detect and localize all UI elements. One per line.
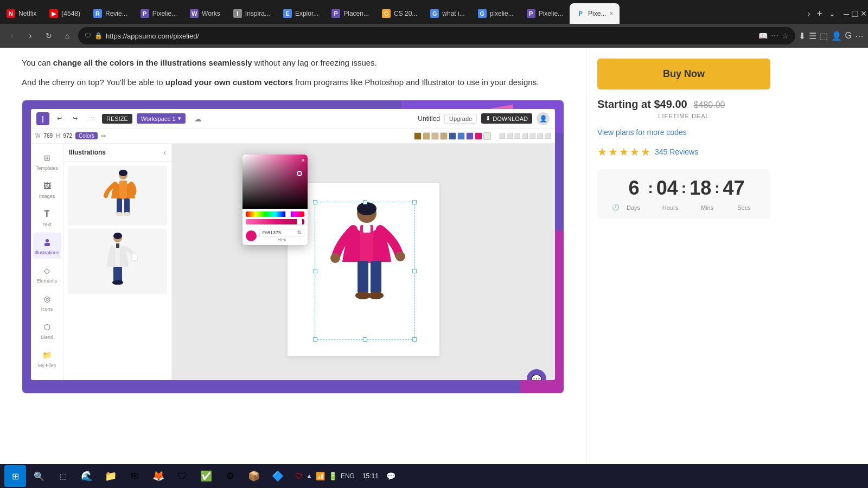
settings-button[interactable]: ⋯ bbox=[855, 31, 864, 41]
handle-mr[interactable] bbox=[412, 269, 417, 273]
taskbar-app1[interactable]: 🛡 bbox=[171, 465, 193, 487]
tab-what[interactable]: G what i... bbox=[424, 3, 471, 24]
handle-tm[interactable] bbox=[363, 200, 367, 204]
taskbar-app5[interactable]: 🔷 bbox=[267, 465, 289, 487]
swatch-8[interactable] bbox=[475, 132, 482, 140]
sidebar-blend[interactable]: ⬡ Blend bbox=[33, 317, 61, 343]
maximize-button[interactable]: □ bbox=[851, 9, 859, 18]
up-arrow-icon[interactable]: ▲ bbox=[306, 472, 312, 480]
home-button[interactable]: ⌂ bbox=[60, 28, 75, 43]
swatch-6[interactable] bbox=[457, 132, 465, 140]
pencil-icon[interactable]: ✏ bbox=[101, 132, 106, 140]
handle-tr[interactable] bbox=[412, 200, 417, 204]
swatch-4[interactable] bbox=[440, 132, 448, 140]
panel-close-button[interactable]: ‹ bbox=[163, 148, 166, 157]
buy-now-button[interactable]: Buy Now bbox=[597, 59, 770, 89]
taskbar-app2[interactable]: ✅ bbox=[195, 465, 217, 487]
user-avatar[interactable]: 👤 bbox=[537, 112, 550, 125]
back-button[interactable]: ‹ bbox=[4, 28, 20, 43]
search-button[interactable]: 🔍 bbox=[28, 465, 50, 487]
tab-pixelie2[interactable]: G pixelie... bbox=[471, 3, 520, 24]
align-icon-5[interactable]: ⬜ bbox=[529, 133, 535, 139]
tab-close-button[interactable]: × bbox=[609, 10, 613, 17]
opacity-handle[interactable] bbox=[297, 219, 302, 225]
sidebar-illustrations[interactable]: Illustrations bbox=[33, 233, 61, 259]
swatch-1[interactable] bbox=[414, 132, 422, 140]
antivirus-icon[interactable]: 🛡 bbox=[295, 472, 303, 480]
taskbar-mail[interactable]: ✉ bbox=[124, 465, 145, 487]
tab-pixelie3[interactable]: P Pixelie... bbox=[520, 3, 570, 24]
hue-handle[interactable] bbox=[285, 211, 291, 217]
swatch-2[interactable] bbox=[423, 132, 430, 140]
align-icon-7[interactable]: ⬜ bbox=[544, 133, 551, 139]
tab-netflix[interactable]: N Netflix bbox=[0, 3, 43, 24]
align-icon-2[interactable]: ⬜ bbox=[506, 133, 513, 139]
close-button[interactable]: × bbox=[859, 9, 868, 18]
swatch-5[interactable] bbox=[449, 132, 456, 140]
sidebar-templates[interactable]: ⊞ Templates bbox=[33, 148, 61, 174]
notification-icon[interactable]: 💬 bbox=[386, 472, 395, 480]
taskbar-firefox[interactable]: 🦊 bbox=[148, 465, 169, 487]
reviews-link[interactable]: 345 Reviews bbox=[655, 147, 698, 156]
sidebar-icons[interactable]: ◎ Icons bbox=[33, 289, 61, 315]
start-button[interactable]: ⊞ bbox=[4, 465, 26, 487]
tabs-view-icon[interactable]: ⬚ bbox=[820, 31, 828, 41]
tab-pixelie1[interactable]: P Pixelie... bbox=[134, 3, 183, 24]
taskbar-app3[interactable]: ⚙ bbox=[219, 465, 241, 487]
handle-ml[interactable] bbox=[313, 269, 317, 273]
workspace-selector[interactable]: Workspace 1 ▾ bbox=[137, 113, 186, 124]
bookmark-icon[interactable]: ☆ bbox=[782, 31, 789, 40]
reader-view-icon[interactable]: 📖 bbox=[758, 31, 768, 40]
align-icon-6[interactable]: ⬜ bbox=[537, 133, 543, 139]
wifi-icon[interactable]: 📶 bbox=[316, 472, 325, 480]
downloads-icon[interactable]: ⬇ bbox=[799, 31, 806, 41]
color-gradient-area[interactable]: × bbox=[242, 155, 308, 209]
resize-button[interactable]: RESIZE bbox=[102, 114, 132, 124]
view-plans-link[interactable]: View plans for more codes bbox=[597, 128, 770, 137]
sidebar-images[interactable]: 🖼 Images bbox=[33, 176, 61, 202]
profile-icon[interactable]: 👤 bbox=[831, 31, 842, 41]
refresh-button[interactable]: ↻ bbox=[41, 28, 56, 43]
handle-bl[interactable] bbox=[313, 337, 317, 342]
redo-button[interactable]: ↪ bbox=[69, 113, 81, 124]
tab-search-icon[interactable]: ⌄ bbox=[827, 7, 838, 20]
extensions-icon[interactable]: G bbox=[845, 31, 852, 41]
taskbar-edge[interactable]: 🌊 bbox=[76, 465, 98, 487]
minimize-button[interactable]: – bbox=[842, 9, 851, 18]
sidebar-text[interactable]: T Text bbox=[33, 204, 61, 230]
illustration-item-2[interactable] bbox=[68, 229, 167, 294]
swatch-3[interactable] bbox=[431, 132, 439, 140]
handle-bm[interactable] bbox=[363, 337, 367, 342]
download-button[interactable]: ⬇ DOWNLOAD bbox=[481, 113, 532, 124]
color-picker-close[interactable]: × bbox=[301, 157, 305, 164]
taskbar-app4[interactable]: 📦 bbox=[243, 465, 265, 487]
colors-tab-button[interactable]: Colors bbox=[75, 132, 98, 139]
tab-current[interactable]: P Pixe... × bbox=[570, 3, 620, 24]
align-icon-1[interactable]: ⬜ bbox=[499, 133, 505, 139]
undo-button[interactable]: ↩ bbox=[54, 113, 65, 124]
tab-works[interactable]: W Works bbox=[183, 3, 227, 24]
more-button[interactable]: ⋯ bbox=[85, 113, 98, 124]
handle-tl[interactable] bbox=[313, 200, 317, 204]
hex-input[interactable]: #e81375 ⇅ bbox=[259, 229, 304, 236]
chat-bubble-button[interactable]: 💬 bbox=[527, 369, 546, 380]
taskbar-file-explorer[interactable]: 📁 bbox=[100, 465, 122, 487]
color-picker-indicator[interactable] bbox=[297, 171, 302, 176]
tab-youtube[interactable]: ▶ (4548) bbox=[43, 3, 87, 24]
address-bar[interactable]: 🛡 🔒 https://appsumo.com/pixelied/ 📖 ⋯ ☆ bbox=[78, 27, 795, 44]
handle-br[interactable] bbox=[412, 337, 417, 342]
tab-cs20[interactable]: C CS 20... bbox=[375, 3, 424, 24]
sidebar-myfiles[interactable]: 📁 My Files bbox=[33, 345, 61, 371]
swatch-9[interactable] bbox=[483, 132, 491, 140]
collections-icon[interactable]: ☰ bbox=[809, 31, 816, 41]
tab-inspira[interactable]: I Inspira... bbox=[227, 3, 277, 24]
tab-explor[interactable]: E Explor... bbox=[277, 3, 325, 24]
tab-placen[interactable]: P Placen... bbox=[325, 3, 375, 24]
sidebar-elements[interactable]: ◇ Elements bbox=[33, 261, 61, 287]
opacity-slider[interactable] bbox=[246, 219, 304, 224]
illustration-item-1[interactable] bbox=[68, 166, 167, 226]
task-view-button[interactable]: ⬚ bbox=[52, 465, 74, 487]
forward-button[interactable]: › bbox=[23, 28, 38, 43]
canvas-surface[interactable] bbox=[288, 183, 439, 356]
battery-icon[interactable]: 🔋 bbox=[328, 472, 337, 480]
